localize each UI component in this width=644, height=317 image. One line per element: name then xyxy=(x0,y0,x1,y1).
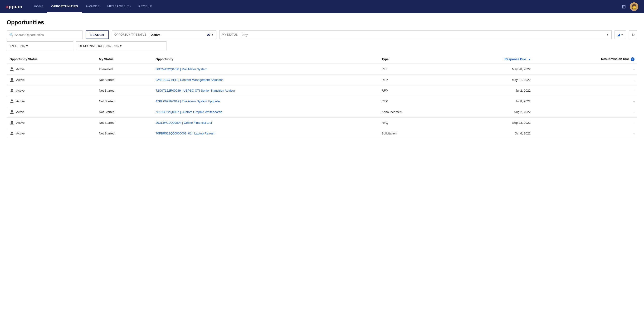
cell-type-1: RFP xyxy=(379,75,449,85)
opportunity-link-3[interactable]: 47PH0622R0019 | Fire Alarm System Upgrad… xyxy=(156,100,220,103)
col-header-opportunity-status: Opportunity Status xyxy=(7,55,96,64)
opportunity-link-2[interactable]: 72C0T122R00039 | USPSC OTI Senior Transi… xyxy=(156,89,235,92)
opportunities-table-wrapper: Opportunity Status My Status Opportunity… xyxy=(7,55,637,139)
cell-type-3: RFP xyxy=(379,96,449,107)
status-person-icon xyxy=(10,78,14,82)
nav-opportunities[interactable]: OPPORTUNITIES xyxy=(47,0,82,13)
cell-my-status-6: Not Started xyxy=(96,128,153,139)
table-row: Active Not Started 2031JW19Q00094 | Onli… xyxy=(7,117,637,128)
cell-opportunity-status-4: Active xyxy=(7,107,96,117)
filter-row-1: 🔍 SEARCH OPPORTUNITY STATUS | Active ✖ ▼… xyxy=(7,31,637,39)
svg-point-1 xyxy=(11,78,13,80)
table-row: Active Interested 36C24422Q0780 | Mail M… xyxy=(7,64,637,75)
funnel-icon: ◢ xyxy=(617,33,620,37)
col-header-my-status: My Status xyxy=(96,55,153,64)
divider3: | xyxy=(17,44,18,48)
svg-point-2 xyxy=(11,89,13,91)
opportunity-status-filter[interactable]: OPPORTUNITY STATUS | Active ✖ ▼ xyxy=(112,31,216,39)
help-icon[interactable]: ? xyxy=(631,57,634,61)
chevron-down-icon-2[interactable]: ▼ xyxy=(606,33,609,37)
response-due-filter[interactable]: RESPONSE DUE | Any - Any ▼ xyxy=(76,42,166,50)
cell-response-due-5: Sep 23, 2022 xyxy=(449,117,534,128)
type-label: TYPE xyxy=(9,44,17,48)
cell-my-status-0: Interested xyxy=(96,64,153,75)
col-header-response-due[interactable]: Response Due ▲ xyxy=(449,55,534,64)
table-row: Active Not Started 72C0T122R00039 | USPS… xyxy=(7,85,637,96)
cell-opportunity-status-1: Active xyxy=(7,75,96,85)
search-button[interactable]: SEARCH xyxy=(86,31,109,39)
my-status-value: Any xyxy=(242,33,606,37)
cell-resubmission-due-4: - xyxy=(534,107,637,117)
search-input[interactable] xyxy=(15,33,80,37)
navbar-right: ⊞ 👩 xyxy=(622,3,638,11)
filter-row-2: TYPE | Any ▼ RESPONSE DUE | Any - Any ▼ xyxy=(7,42,637,50)
opportunity-status-value: Active xyxy=(151,33,207,37)
cell-type-0: RFI xyxy=(379,64,449,75)
search-wrapper: 🔍 xyxy=(7,31,83,39)
app-logo[interactable]: appian xyxy=(6,4,22,10)
cell-resubmission-due-2: - xyxy=(534,85,637,96)
cell-type-6: Solicitation xyxy=(379,128,449,139)
cell-opportunity-3: 47PH0622R0019 | Fire Alarm System Upgrad… xyxy=(153,96,379,107)
cell-response-due-4: Aug 2, 2022 xyxy=(449,107,534,117)
my-status-filter[interactable]: MY STATUS | Any ▼ xyxy=(219,31,612,39)
nav-awards[interactable]: AWARDS xyxy=(82,0,104,13)
cell-resubmission-due-5: - xyxy=(534,117,637,128)
cell-response-due-1: May 31, 2022 xyxy=(449,75,534,85)
cell-opportunity-6: 70FBR522Q00000003_01 | Laptop Refresh xyxy=(153,128,379,139)
cell-resubmission-due-0: - xyxy=(534,64,637,75)
cell-my-status-3: Not Started xyxy=(96,96,153,107)
cell-opportunity-0: 36C24422Q0780 | Mail Meter System xyxy=(153,64,379,75)
table-row: Active Not Started CMS-ACC-APG | Content… xyxy=(7,75,637,85)
opportunity-link-5[interactable]: 2031JW19Q00094 | Online Financial tool xyxy=(156,121,212,124)
cell-my-status-1: Not Started xyxy=(96,75,153,85)
cell-resubmission-due-6: - xyxy=(534,128,637,139)
svg-point-4 xyxy=(11,110,13,112)
cell-opportunity-status-2: Active xyxy=(7,85,96,96)
user-avatar[interactable]: 👩 xyxy=(630,3,638,11)
cell-response-due-6: Oct 6, 2022 xyxy=(449,128,534,139)
grid-icon[interactable]: ⊞ xyxy=(622,4,626,10)
divider: | xyxy=(148,33,149,37)
nav-profile[interactable]: PROFILE xyxy=(134,0,156,13)
status-person-icon xyxy=(10,88,14,93)
nav-home[interactable]: HOME xyxy=(30,0,47,13)
cell-opportunity-status-3: Active xyxy=(7,96,96,107)
refresh-button[interactable]: ↻ xyxy=(629,31,637,39)
navbar-left: appian HOME OPPORTUNITIES AWARDS MESSAGE… xyxy=(6,0,156,13)
table-row: Active Not Started N0018322Q0067 | Custo… xyxy=(7,107,637,117)
type-filter[interactable]: TYPE | Any ▼ xyxy=(7,42,73,50)
clear-status-icon[interactable]: ✖ xyxy=(207,33,210,37)
table-header-row: Opportunity Status My Status Opportunity… xyxy=(7,55,637,64)
chevron-down-icon-3[interactable]: ▼ xyxy=(26,44,28,48)
opportunity-link-6[interactable]: 70FBR522Q00000003_01 | Laptop Refresh xyxy=(156,132,215,135)
chevron-down-icon-4[interactable]: ▼ xyxy=(119,44,122,48)
sort-ascending-icon: ▲ xyxy=(528,58,530,61)
opportunity-link-1[interactable]: CMS-ACC-APG | Content Management Solutio… xyxy=(156,78,223,82)
cell-opportunity-2: 72C0T122R00039 | USPSC OTI Senior Transi… xyxy=(153,85,379,96)
divider2: | xyxy=(240,33,240,37)
refresh-icon: ↻ xyxy=(632,33,635,37)
table-row: Active Not Started 47PH0622R0019 | Fire … xyxy=(7,96,637,107)
cell-type-4: Announcement xyxy=(379,107,449,117)
filter-button[interactable]: ◢ ▼ xyxy=(614,31,626,39)
table-body: Active Interested 36C24422Q0780 | Mail M… xyxy=(7,64,637,139)
chevron-down-icon[interactable]: ▼ xyxy=(211,33,214,37)
chevron-filter-icon: ▼ xyxy=(621,34,623,36)
status-person-icon xyxy=(10,110,14,115)
col-header-resubmission-due: Resubmission Due ? xyxy=(534,55,637,64)
cell-type-5: RFQ xyxy=(379,117,449,128)
cell-opportunity-5: 2031JW19Q00094 | Online Financial tool xyxy=(153,117,379,128)
cell-response-due-3: Jul 8, 2022 xyxy=(449,96,534,107)
cell-opportunity-status-5: Active xyxy=(7,117,96,128)
opportunity-link-0[interactable]: 36C24422Q0780 | Mail Meter System xyxy=(156,67,207,71)
divider4: | xyxy=(103,44,104,48)
col-header-type: Type xyxy=(379,55,449,64)
svg-point-6 xyxy=(11,132,13,134)
search-icon: 🔍 xyxy=(9,33,13,37)
opportunity-link-4[interactable]: N0018322Q0067 | Custom Graphic Whiteboar… xyxy=(156,110,222,114)
nav-messages[interactable]: MESSAGES (0) xyxy=(104,0,134,13)
status-person-icon xyxy=(10,67,14,72)
cell-resubmission-due-1: - xyxy=(534,75,637,85)
cell-opportunity-status-6: Active xyxy=(7,128,96,139)
